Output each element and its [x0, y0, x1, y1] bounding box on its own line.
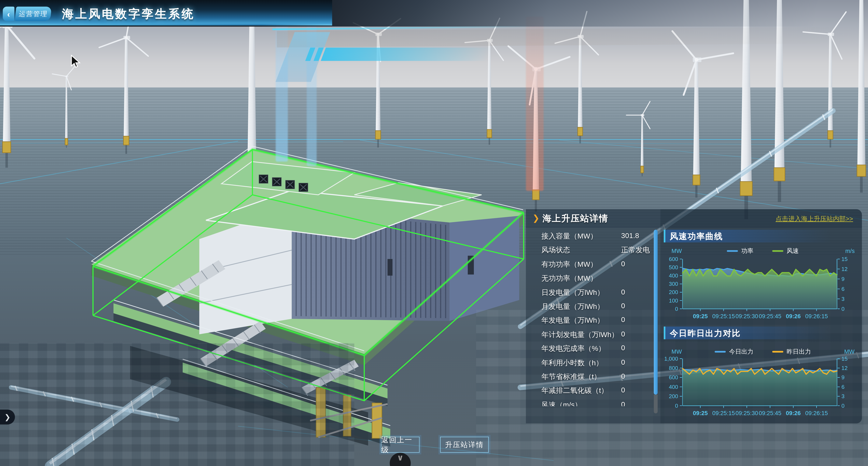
svg-text:1,000: 1,000 — [664, 356, 678, 362]
back-button[interactable]: ‹ — [3, 7, 14, 21]
legend-label: 风速 — [786, 246, 799, 255]
svg-text:0: 0 — [841, 306, 845, 312]
chart2-title: 今日昨日出力对比 — [670, 328, 741, 339]
legend-swatch — [772, 250, 783, 252]
stat-value: 0 — [621, 386, 625, 394]
legend-label: 昨日出力 — [786, 347, 811, 356]
svg-text:200: 200 — [669, 393, 678, 399]
stat-value: 0 — [621, 260, 625, 268]
svg-text:15: 15 — [841, 356, 848, 362]
stat-row: 年利用小时数（h） 0 — [541, 356, 652, 370]
svg-text:15: 15 — [841, 256, 848, 262]
svg-text:12: 12 — [841, 365, 848, 371]
svg-text:200: 200 — [669, 289, 678, 295]
svg-text:09:25:30: 09:25:30 — [736, 313, 758, 320]
stat-row: 年节省标准煤（t） 0 — [541, 370, 652, 384]
stat-label: 年发电完成率（%） — [541, 344, 606, 354]
svg-text:09:26:15: 09:26:15 — [805, 313, 828, 320]
legend-item[interactable]: 今日出力 — [715, 347, 753, 356]
stat-label: 无功功率（MW） — [541, 273, 597, 284]
wind-turbine[interactable] — [52, 65, 75, 148]
stat-label: 月发电量（万lWh） — [541, 302, 604, 312]
chart1-title: 风速功率曲线 — [670, 231, 723, 242]
stat-row: 年发电量（万lWh） 0 — [541, 314, 652, 328]
svg-text:09:26:15: 09:26:15 — [805, 410, 828, 417]
light-beam-blue-2 — [307, 2, 317, 166]
svg-text:6: 6 — [841, 384, 845, 390]
stat-row: 风场状态 正常发电 — [541, 244, 652, 258]
legend-label: 功率 — [741, 246, 753, 255]
legend-swatch — [727, 250, 738, 252]
svg-text:500: 500 — [669, 264, 678, 270]
stat-value: 0 — [621, 302, 625, 310]
water-reflection-left — [0, 343, 354, 466]
chart2-header: 今日昨日出力对比 — [664, 327, 832, 339]
svg-text:9: 9 — [841, 276, 845, 282]
chart2-legend: 今日出力昨日出力 — [664, 347, 862, 356]
stat-label: 有功功率（MW） — [541, 260, 597, 269]
legend-item[interactable]: 风速 — [772, 246, 799, 255]
svg-text:09:25:45: 09:25:45 — [759, 410, 781, 417]
panel-title-chevron-icon: ❯ — [533, 213, 540, 223]
chart1-right-unit: m/s — [845, 247, 855, 254]
stat-label: 日发电量（万lWh） — [541, 288, 604, 297]
wind-turbine[interactable] — [673, 31, 733, 198]
substation-detail-button[interactable]: 升压站详情 — [440, 437, 489, 453]
legend-label: 今日出力 — [729, 347, 753, 356]
svg-text:6: 6 — [841, 286, 845, 292]
stat-row: 有功功率（MW） 0 — [541, 258, 652, 272]
stat-label: 风场状态 — [541, 245, 570, 255]
stat-value: 0 — [621, 372, 625, 380]
wind-turbine[interactable] — [99, 9, 148, 154]
stat-value: 0 — [621, 288, 625, 296]
svg-text:09:26: 09:26 — [786, 410, 801, 417]
details-panel: ❯ 海上升压站详情 点击进入海上升压站内部>> 接入容量（MW） 301.8风场… — [526, 209, 862, 423]
return-button[interactable]: 返回上一级 — [381, 437, 420, 453]
stat-label: 接入容量（MW） — [541, 231, 597, 241]
stats-scrollbar-thumb[interactable] — [654, 230, 658, 395]
svg-text:3: 3 — [841, 296, 845, 302]
stat-row: 年计划发电量（万lWh） 0 — [541, 328, 652, 342]
stats-list: 接入容量（MW） 301.8风场状态 正常发电有功功率（MW） 0无功功率（MW… — [541, 230, 652, 406]
svg-text:09:25:15: 09:25:15 — [712, 313, 735, 320]
legend-swatch — [715, 351, 726, 353]
svg-text:09:25: 09:25 — [693, 313, 708, 320]
stat-label: 年节省标准煤（t） — [541, 372, 601, 382]
breadcrumb-button[interactable]: 运营管理 — [15, 7, 52, 21]
legend-swatch — [772, 351, 783, 353]
stat-row: 风速（m/s） 0 — [541, 398, 652, 406]
legend-item[interactable]: 功率 — [727, 246, 753, 255]
stat-value: 0 — [621, 400, 625, 406]
stat-row: 年发电完成率（%） 0 — [541, 342, 652, 356]
stat-label: 年利用小时数（h） — [541, 358, 603, 368]
svg-text:3: 3 — [841, 393, 845, 399]
app-stage: ‹ 运营管理 海上风电数字孪生系统 ❯ 海上升压站详情 点击进入海上升压站内部>… — [0, 0, 868, 466]
svg-text:09:25:45: 09:25:45 — [759, 313, 781, 320]
chart2-right-unit: MW — [844, 348, 855, 355]
svg-text:09:26: 09:26 — [786, 313, 801, 320]
stats-scrollbar-track[interactable] — [654, 395, 658, 413]
stat-row: 年减排二氧化碳（t） 0 — [541, 384, 652, 398]
stat-value: 0 — [621, 316, 625, 324]
expand-sidebar-button[interactable]: ❯ — [0, 410, 15, 425]
panel-title: 海上升压站详情 — [542, 213, 609, 225]
svg-text:09:25:15: 09:25:15 — [712, 410, 735, 417]
wind-turbine[interactable] — [626, 101, 650, 176]
svg-text:9: 9 — [841, 374, 845, 380]
chart1-legend: 功率风速 — [664, 246, 862, 255]
svg-text:400: 400 — [669, 384, 678, 390]
legend-item[interactable]: 昨日出力 — [772, 347, 811, 356]
chart1-left-unit: MW — [672, 247, 682, 254]
stat-row: 月发电量（万lWh） 0 — [541, 300, 652, 314]
stat-row: 接入容量（MW） 301.8 — [541, 230, 652, 243]
svg-text:09:25:30: 09:25:30 — [736, 410, 758, 417]
svg-text:12: 12 — [841, 266, 848, 272]
svg-text:09:25: 09:25 — [693, 410, 708, 417]
stat-value: 301.8 — [621, 231, 639, 240]
charts-column: 风速功率曲线 功率风速 MW m/s 010020030040050060003… — [660, 209, 862, 423]
svg-text:400: 400 — [669, 272, 678, 279]
svg-text:0: 0 — [675, 403, 678, 409]
stat-value: 0 — [621, 330, 625, 338]
stat-row: 日发电量（万lWh） 0 — [541, 286, 652, 300]
chart1-plot: 01002003004005006000369121509:2509:25:15… — [664, 256, 862, 327]
